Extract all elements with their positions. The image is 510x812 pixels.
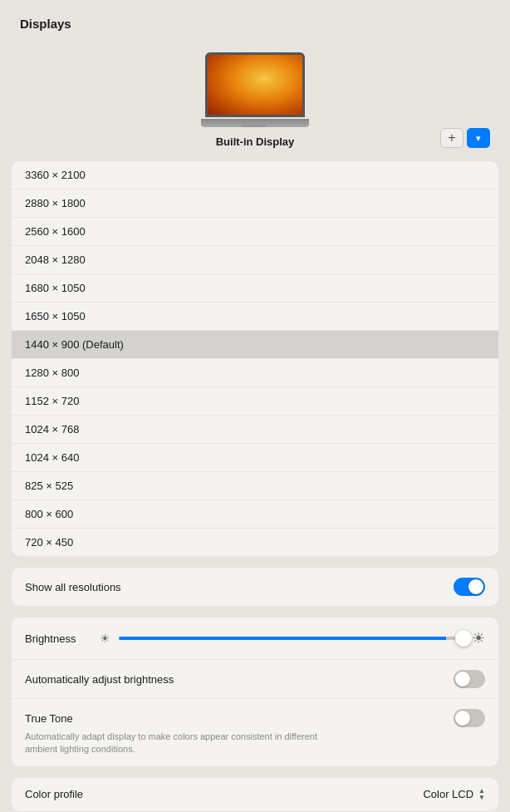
resolution-item[interactable]: 2560 × 1600: [12, 218, 498, 246]
resolution-item[interactable]: 1680 × 1050: [12, 274, 498, 303]
color-profile-selector[interactable]: Color LCD ▲ ▼: [423, 788, 485, 801]
color-profile-value: Color LCD: [423, 788, 473, 800]
resolution-item[interactable]: 1024 × 640: [12, 444, 498, 472]
laptop-screen: [205, 52, 305, 117]
resolution-item[interactable]: 825 × 525: [12, 472, 498, 500]
display-dropdown-button[interactable]: ▾: [467, 128, 490, 148]
display-icon: [201, 52, 309, 127]
brightness-row: Brightness ☀ ☀: [12, 618, 498, 660]
auto-brightness-toggle[interactable]: [454, 670, 485, 688]
sun-small-icon: ☀: [100, 632, 110, 645]
slider-thumb[interactable]: [455, 630, 472, 647]
show-all-resolutions-group: Show all resolutions: [12, 568, 498, 606]
resolution-item[interactable]: 1024 × 768: [12, 416, 498, 444]
displays-page: Displays Built-in Display + ▾ 3360 × 210…: [0, 0, 510, 812]
resolution-item[interactable]: 1440 × 900 (Default): [12, 331, 498, 359]
resolution-item[interactable]: 720 × 450: [12, 529, 498, 556]
true-tone-row: True Tone Automatically adapt display to…: [12, 699, 498, 766]
resolution-item[interactable]: 1650 × 1050: [12, 303, 498, 331]
show-all-resolutions-toggle[interactable]: [454, 578, 485, 596]
resolution-item[interactable]: 2880 × 1800: [12, 189, 498, 218]
auto-brightness-label: Automatically adjust brightness: [25, 673, 174, 686]
page-title: Displays: [0, 17, 510, 44]
auto-brightness-toggle-thumb: [455, 672, 470, 687]
auto-brightness-row: Automatically adjust brightness: [12, 660, 498, 699]
stepper-down-icon: ▼: [478, 795, 485, 801]
display-name: Built-in Display: [216, 135, 295, 148]
true-tone-description: Automatically adapt display to make colo…: [25, 731, 341, 756]
sun-large-icon: ☀: [472, 629, 485, 647]
laptop-base: [201, 119, 309, 127]
color-profile-row: Color profile Color LCD ▲ ▼: [12, 778, 498, 811]
true-tone-label: True Tone: [25, 712, 73, 725]
toggle-thumb: [468, 579, 483, 594]
color-profile-label: Color profile: [25, 788, 83, 800]
resolution-item[interactable]: 1280 × 800: [12, 359, 498, 387]
color-profile-section: Color profile Color LCD ▲ ▼: [12, 778, 498, 811]
display-header: Built-in Display + ▾: [0, 44, 510, 161]
resolution-item[interactable]: 1152 × 720: [12, 387, 498, 416]
show-all-resolutions-label: Show all resolutions: [25, 581, 121, 593]
brightness-label: Brightness: [25, 632, 91, 645]
color-profile-stepper[interactable]: ▲ ▼: [478, 788, 485, 801]
true-tone-toggle-thumb: [455, 711, 470, 726]
show-all-resolutions-row: Show all resolutions: [12, 568, 498, 606]
display-actions: + ▾: [440, 128, 490, 148]
resolution-item[interactable]: 3360 × 2100: [12, 161, 498, 189]
brightness-section: Brightness ☀ ☀ Automatically adjust brig…: [12, 618, 498, 766]
display-label-row: Built-in Display: [20, 135, 490, 148]
true-tone-top: True Tone: [25, 709, 485, 727]
laptop-wallpaper: [208, 55, 302, 115]
true-tone-toggle[interactable]: [454, 709, 485, 727]
brightness-slider[interactable]: [119, 637, 463, 640]
resolutions-list: 3360 × 21002880 × 18002560 × 16002048 × …: [12, 161, 498, 556]
add-display-button[interactable]: +: [440, 128, 463, 148]
resolution-item[interactable]: 2048 × 1280: [12, 246, 498, 274]
resolution-item[interactable]: 800 × 600: [12, 500, 498, 529]
